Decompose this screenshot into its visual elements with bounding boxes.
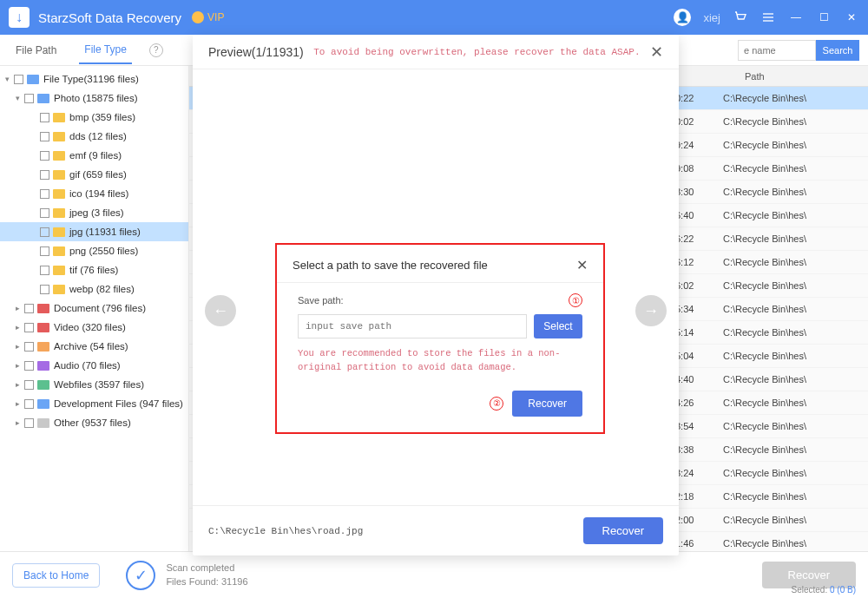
folder-icon: [53, 132, 65, 141]
tree-archive[interactable]: ▸Archive (54 files): [0, 337, 188, 356]
folder-icon: [53, 208, 65, 218]
back-home-button[interactable]: Back to Home: [12, 563, 100, 588]
tree-tif[interactable]: tif (76 files): [0, 260, 188, 279]
folder-icon: [37, 342, 49, 352]
help-icon[interactable]: ?: [149, 43, 163, 57]
row-time: 9:24: [675, 140, 723, 150]
app-title: StarzSoft Data Recovery: [38, 10, 181, 25]
preview-warning: To avoid being overwritten, please recov…: [304, 47, 650, 57]
preview-close-icon[interactable]: ✕: [650, 43, 663, 62]
preview-panel: Preview(1/11931) To avoid being overwrit…: [193, 35, 679, 555]
tree-audio[interactable]: ▸Audio (70 files): [0, 356, 188, 375]
select-path-button[interactable]: Select: [534, 314, 582, 338]
tree-gif[interactable]: gif (659 files): [0, 165, 188, 184]
row-time: 6:40: [675, 210, 723, 220]
tree-other[interactable]: ▸Other (9537 files): [0, 413, 188, 432]
row-path: C:\Recycle Bin\hes\: [723, 444, 868, 455]
row-path: C:\Recycle Bin\hes\: [723, 421, 868, 431]
preview-prev-icon[interactable]: ←: [205, 295, 236, 326]
user-name[interactable]: xiej: [703, 11, 720, 24]
row-time: 6:02: [675, 280, 723, 291]
tree-emf[interactable]: emf (9 files): [0, 146, 188, 165]
annotation-marker-1: ①: [569, 293, 582, 307]
row-time: 5:34: [675, 304, 723, 314]
tree-png[interactable]: png (2550 files): [0, 241, 188, 260]
tree-webfiles[interactable]: ▸Webfiles (3597 files): [0, 375, 188, 394]
preview-recover-button[interactable]: Recover: [583, 517, 663, 544]
preview-title: Preview(1/11931): [208, 45, 304, 59]
tab-file-path[interactable]: File Path: [10, 37, 62, 63]
close-icon[interactable]: ✕: [844, 10, 859, 25]
row-path: C:\Recycle Bin\hes\: [723, 93, 868, 103]
scan-status: Scan completed Files Found: 31196: [166, 562, 247, 588]
app-logo-icon: ↓: [9, 7, 30, 28]
row-path: C:\Recycle Bin\hes\: [723, 327, 868, 338]
row-time: 1:46: [675, 538, 723, 549]
maximize-icon[interactable]: ☐: [816, 10, 832, 25]
annotation-marker-2: ②: [490, 397, 503, 411]
row-path: C:\Recycle Bin\hes\: [723, 116, 868, 127]
row-path: C:\Recycle Bin\hes\: [723, 538, 868, 549]
row-path: C:\Recycle Bin\hes\: [723, 468, 868, 478]
menu-icon[interactable]: [760, 10, 776, 25]
row-path: C:\Recycle Bin\hes\: [723, 351, 868, 361]
user-avatar-icon[interactable]: 👤: [674, 9, 691, 26]
tree-bmp[interactable]: bmp (359 files): [0, 108, 188, 127]
tree-video[interactable]: ▸Video (320 files): [0, 318, 188, 337]
row-time: 0:02: [675, 116, 723, 127]
folder-icon: [37, 361, 49, 371]
row-time: 9:08: [675, 163, 723, 174]
tree-photo[interactable]: ▾Photo (15875 files): [0, 89, 188, 108]
row-time: 0:22: [675, 93, 723, 103]
tree-dds[interactable]: dds (12 files): [0, 127, 188, 146]
row-time: 5:14: [675, 327, 723, 338]
folder-icon: [53, 151, 65, 161]
folder-icon: [37, 323, 49, 332]
search-input[interactable]: [738, 40, 816, 61]
tab-file-type[interactable]: File Type: [79, 36, 131, 64]
folder-icon: [37, 418, 49, 428]
row-path: C:\Recycle Bin\hes\: [723, 233, 868, 244]
folder-icon: [53, 189, 65, 199]
col-path[interactable]: Path: [745, 71, 765, 82]
folder-icon: [37, 399, 49, 409]
tree-jpeg[interactable]: jpeg (3 files): [0, 203, 188, 222]
selected-count: Selected: 0 (0 B): [792, 585, 857, 595]
minimize-icon[interactable]: —: [788, 10, 804, 25]
tree-jpg[interactable]: jpg (11931 files): [0, 222, 188, 241]
row-path: C:\Recycle Bin\hes\: [723, 187, 868, 197]
folder-icon: [53, 227, 65, 237]
folder-icon: [53, 170, 65, 180]
row-path: C:\Recycle Bin\hes\: [723, 374, 868, 384]
row-path: C:\Recycle Bin\hes\: [723, 491, 868, 502]
row-time: 2:00: [675, 515, 723, 525]
dialog-close-icon[interactable]: ✕: [576, 257, 588, 273]
row-time: 4:40: [675, 374, 723, 384]
tree-webp[interactable]: webp (82 files): [0, 279, 188, 299]
row-path: C:\Recycle Bin\hes\: [723, 398, 868, 408]
vip-badge[interactable]: VIP: [192, 11, 224, 23]
search-button[interactable]: Search: [816, 40, 859, 61]
tree-root[interactable]: ▾File Type(31196 files): [0, 69, 188, 89]
row-time: 4:26: [675, 398, 723, 408]
preview-next-icon[interactable]: →: [635, 295, 667, 326]
tree-document[interactable]: ▸Document (796 files): [0, 299, 188, 318]
title-bar: ↓ StarzSoft Data Recovery VIP 👤 xiej — ☐…: [0, 0, 868, 35]
row-time: 5:04: [675, 351, 723, 361]
row-time: 3:54: [675, 421, 723, 431]
dialog-recover-button[interactable]: Recover: [512, 391, 582, 417]
tree-devfiles[interactable]: ▸Development Files (947 files): [0, 394, 188, 413]
preview-filepath: C:\Recycle Bin\hes\road.jpg: [208, 526, 363, 536]
save-path-dialog: Select a path to save the recovered file…: [275, 243, 605, 434]
row-path: C:\Recycle Bin\hes\: [723, 257, 868, 267]
folder-icon: [27, 75, 39, 84]
folder-icon: [37, 94, 49, 103]
row-time: 2:18: [675, 491, 723, 502]
row-path: C:\Recycle Bin\hes\: [723, 304, 868, 314]
save-path-input[interactable]: [298, 314, 527, 338]
row-time: 8:30: [675, 187, 723, 197]
tree-ico[interactable]: ico (194 files): [0, 184, 188, 203]
row-path: C:\Recycle Bin\hes\: [723, 210, 868, 220]
cart-icon[interactable]: [733, 10, 748, 25]
row-time: 3:38: [675, 444, 723, 455]
